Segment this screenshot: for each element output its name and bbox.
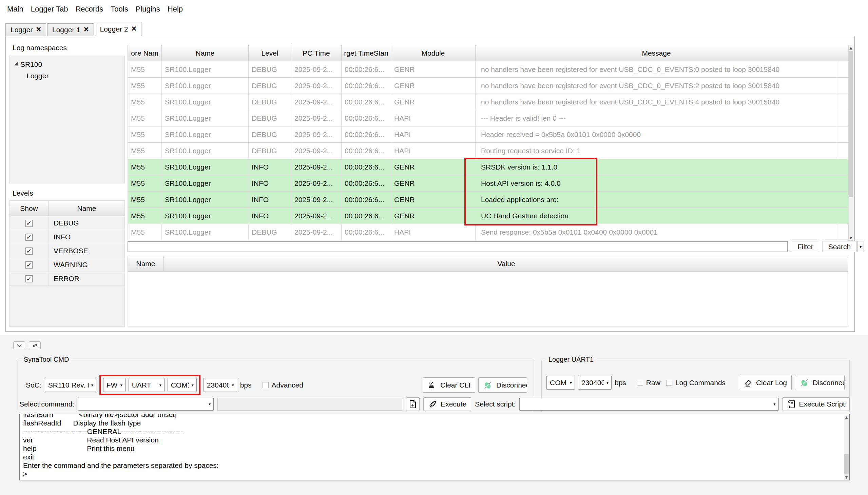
col-target-timestamp[interactable]: rget TimeStan — [341, 45, 391, 61]
clear-log-button[interactable]: Clear Log — [739, 375, 792, 390]
level-name: DEBUG — [49, 219, 79, 227]
menu-item[interactable]: Logger Tab — [27, 3, 72, 16]
cli-console[interactable]: flashBurn <binary file>[sector addr offs… — [19, 414, 850, 480]
cell-message: Routing request to service ID: 1 — [475, 143, 837, 159]
new-command-button[interactable] — [406, 397, 420, 411]
col-message[interactable]: Message — [475, 45, 837, 61]
menu-item[interactable]: Tools — [107, 3, 132, 16]
level-row[interactable]: ERROR — [10, 272, 124, 286]
fw-select[interactable]: FW ▾ — [103, 378, 126, 392]
level-show-checkbox[interactable] — [26, 248, 33, 255]
soc-label: SoC: — [26, 381, 42, 389]
level-show-checkbox[interactable] — [26, 275, 33, 283]
cell-name: SR100.Logger — [162, 110, 249, 126]
console-line: ver Read Host API version — [23, 436, 849, 444]
baud-select[interactable]: 230400 ▾ — [203, 378, 237, 392]
clear-cli-button[interactable]: Clear CLI — [423, 377, 475, 393]
arrow-down-icon[interactable]: ▼ — [849, 235, 852, 240]
log-row[interactable]: M55 SR100.Logger DEBUG 2025-09-2... 00:0… — [128, 110, 853, 126]
chevron-down-icon: ▾ — [604, 376, 611, 389]
level-show-checkbox[interactable] — [26, 261, 33, 269]
cell-target-time: 00:00:26:6... — [341, 143, 391, 159]
arrow-up-icon[interactable]: ▲ — [845, 415, 848, 420]
arrow-up-icon[interactable]: ▲ — [849, 45, 852, 51]
raw-checkbox[interactable] — [637, 380, 643, 386]
level-row[interactable]: WARNING — [10, 258, 124, 272]
menu-item[interactable]: Main — [3, 3, 27, 16]
uart-bps-label: bps — [615, 379, 626, 387]
log-row[interactable]: M55 SR100.Logger INFO 2025-09-2... 00:00… — [128, 191, 853, 208]
disconnect-button[interactable]: Disconnec — [478, 377, 527, 393]
level-show-checkbox[interactable] — [26, 234, 33, 241]
menu-item[interactable]: Records — [71, 3, 107, 16]
scrollbar-thumb[interactable] — [844, 454, 849, 474]
cell-target-time: 00:00:26:6... — [341, 62, 391, 77]
level-name: VERBOSE — [49, 247, 88, 255]
menu-item[interactable]: Help — [164, 3, 186, 16]
log-row[interactable]: M55 SR100.Logger DEBUG 2025-09-2... 00:0… — [128, 62, 853, 78]
search-button[interactable]: Search — [822, 241, 857, 252]
log-row[interactable]: M55 SR100.Logger INFO 2025-09-2... 00:00… — [128, 175, 853, 191]
close-icon[interactable] — [84, 25, 89, 34]
port-select[interactable]: COM1 ▾ — [168, 378, 197, 392]
tree-item-sr100[interactable]: SR100 — [12, 59, 122, 70]
expand-button[interactable] — [29, 341, 41, 349]
col-module[interactable]: Module — [391, 45, 475, 61]
levels-col-show[interactable]: Show — [10, 201, 49, 216]
close-icon[interactable] — [131, 24, 136, 33]
filter-button[interactable]: Filter — [792, 241, 819, 252]
uart-baud-select[interactable]: 230400 ▾ — [578, 376, 612, 390]
soc-select[interactable]: SR110 Rev. B ▾ — [45, 378, 96, 392]
level-row[interactable]: DEBUG — [10, 216, 124, 230]
levels-col-name[interactable]: Name — [49, 201, 124, 216]
collapse-button[interactable] — [13, 341, 25, 349]
logger-tab[interactable]: Logger 1 — [47, 23, 94, 36]
command-args-input[interactable] — [217, 398, 402, 411]
col-name[interactable]: Name — [162, 45, 249, 61]
chevron-down-icon[interactable]: ▾ — [857, 241, 864, 252]
close-icon[interactable] — [36, 25, 41, 34]
log-row[interactable]: M55 SR100.Logger DEBUG 2025-09-2... 00:0… — [128, 224, 853, 240]
detail-col-value[interactable]: Value — [164, 256, 849, 271]
log-row[interactable]: M55 SR100.Logger DEBUG 2025-09-2... 00:0… — [128, 143, 853, 159]
level-row[interactable]: INFO — [10, 230, 124, 244]
synatool-cmd-title: SynaTool CMD — [22, 356, 71, 363]
cell-pc-time: 2025-09-2... — [291, 62, 341, 77]
command-select[interactable]: ▾ — [78, 398, 214, 411]
logger-tab[interactable]: Logger 2 — [95, 22, 142, 36]
cell-level: DEBUG — [249, 110, 291, 126]
logger-tab[interactable]: Logger — [5, 23, 46, 36]
col-level[interactable]: Level — [249, 45, 291, 61]
uart-disconnect-button[interactable]: Disconnec — [795, 375, 845, 390]
console-scrollbar[interactable]: ▲ ▼ — [844, 415, 849, 480]
level-row[interactable]: VERBOSE — [10, 244, 124, 258]
log-table-scrollbar[interactable]: ▲ ▼ — [848, 45, 853, 241]
log-row[interactable]: M55 SR100.Logger INFO 2025-09-2... 00:00… — [128, 208, 853, 224]
tree-expander-icon[interactable] — [14, 62, 18, 65]
col-core-name[interactable]: ore Nam — [128, 45, 162, 61]
scrollbar-thumb[interactable] — [849, 51, 853, 197]
arrow-down-icon[interactable]: ▼ — [845, 474, 848, 480]
console-line: flashReadId Display the flash type — [23, 419, 849, 427]
new-file-icon — [409, 400, 417, 409]
uart-port-select[interactable]: COM6 ▾ — [547, 376, 575, 390]
log-row[interactable]: M55 SR100.Logger DEBUG 2025-09-2... 00:0… — [128, 78, 853, 94]
interface-select[interactable]: UART ▾ — [129, 378, 165, 392]
detail-col-name[interactable]: Name — [128, 256, 164, 271]
log-row[interactable]: M55 SR100.Logger INFO 2025-09-2... 00:00… — [128, 159, 853, 175]
menu-item[interactable]: Plugins — [132, 3, 164, 16]
col-pc-time[interactable]: PC Time — [291, 45, 341, 61]
level-show-checkbox[interactable] — [26, 220, 33, 227]
chevron-down-icon — [17, 344, 22, 347]
console-line: exit — [23, 453, 849, 461]
filter-input[interactable] — [128, 241, 788, 252]
execute-button[interactable]: Execute — [423, 397, 471, 411]
tree-item-logger[interactable]: Logger — [12, 70, 122, 82]
log-row[interactable]: M55 SR100.Logger DEBUG 2025-09-2... 00:0… — [128, 126, 853, 143]
cell-target-time: 00:00:26:6... — [341, 208, 391, 224]
execute-script-button[interactable]: Execute Script — [783, 397, 850, 411]
script-select[interactable]: ▾ — [519, 398, 779, 411]
log-commands-checkbox[interactable] — [666, 380, 672, 386]
advanced-checkbox[interactable] — [263, 382, 269, 388]
log-row[interactable]: M55 SR100.Logger DEBUG 2025-09-2... 00:0… — [128, 94, 853, 110]
